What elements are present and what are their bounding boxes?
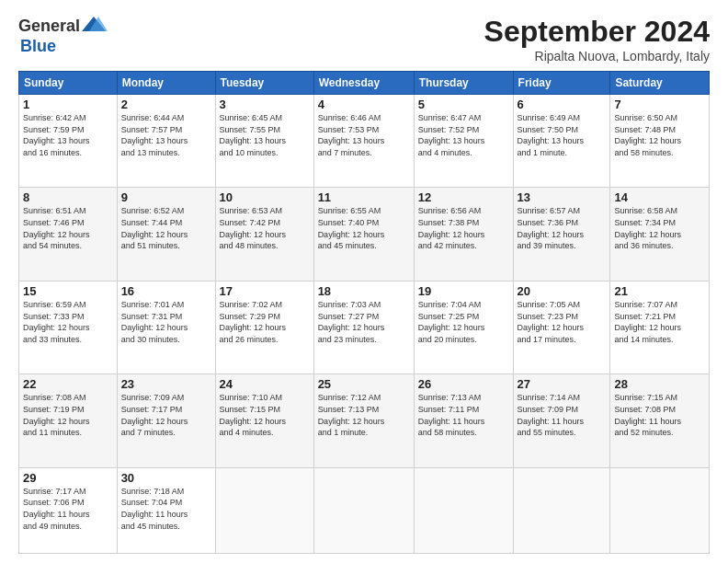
calendar-cell: 22Sunrise: 7:08 AM Sunset: 7:19 PM Dayli… xyxy=(19,374,118,467)
logo-icon xyxy=(80,15,108,37)
day-info: Sunrise: 6:47 AM Sunset: 7:52 PM Dayligh… xyxy=(418,112,509,158)
day-number: 4 xyxy=(318,98,410,111)
day-info: Sunrise: 6:51 AM Sunset: 7:46 PM Dayligh… xyxy=(23,205,113,251)
calendar-cell xyxy=(610,467,710,553)
header: General Blue September 2024 Ripalta Nuov… xyxy=(18,15,710,63)
calendar-cell: 6Sunrise: 6:49 AM Sunset: 7:50 PM Daylig… xyxy=(513,95,610,188)
calendar-cell: 10Sunrise: 6:53 AM Sunset: 7:42 PM Dayli… xyxy=(215,188,313,281)
day-number: 18 xyxy=(318,284,410,298)
title-block: September 2024 Ripalta Nuova, Lombardy, … xyxy=(484,15,710,63)
day-number: 17 xyxy=(220,284,310,298)
calendar-cell xyxy=(313,467,414,553)
calendar-cell: 11Sunrise: 6:55 AM Sunset: 7:40 PM Dayli… xyxy=(313,188,414,281)
calendar-cell: 17Sunrise: 7:02 AM Sunset: 7:29 PM Dayli… xyxy=(215,281,313,373)
day-info: Sunrise: 7:15 AM Sunset: 7:08 PM Dayligh… xyxy=(614,392,705,438)
calendar-cell: 25Sunrise: 7:12 AM Sunset: 7:13 PM Dayli… xyxy=(313,374,414,467)
calendar-table: SundayMondayTuesdayWednesdayThursdayFrid… xyxy=(18,71,710,554)
day-info: Sunrise: 6:45 AM Sunset: 7:55 PM Dayligh… xyxy=(220,112,310,158)
day-info: Sunrise: 7:18 AM Sunset: 7:04 PM Dayligh… xyxy=(121,486,211,532)
day-info: Sunrise: 7:14 AM Sunset: 7:09 PM Dayligh… xyxy=(518,392,607,438)
day-number: 30 xyxy=(121,471,211,485)
day-info: Sunrise: 6:58 AM Sunset: 7:34 PM Dayligh… xyxy=(614,205,705,251)
calendar-cell: 30Sunrise: 7:18 AM Sunset: 7:04 PM Dayli… xyxy=(117,467,215,553)
day-number: 3 xyxy=(220,98,310,111)
location: Ripalta Nuova, Lombardy, Italy xyxy=(484,49,710,63)
month-title: September 2024 xyxy=(484,15,710,49)
day-number: 28 xyxy=(614,377,705,391)
day-number: 9 xyxy=(121,190,211,204)
calendar-cell xyxy=(513,467,610,553)
logo-text: General xyxy=(18,15,108,37)
day-info: Sunrise: 6:50 AM Sunset: 7:48 PM Dayligh… xyxy=(614,112,705,158)
calendar-cell: 2Sunrise: 6:44 AM Sunset: 7:57 PM Daylig… xyxy=(117,95,215,188)
day-info: Sunrise: 7:04 AM Sunset: 7:25 PM Dayligh… xyxy=(418,299,509,345)
calendar-cell: 23Sunrise: 7:09 AM Sunset: 7:17 PM Dayli… xyxy=(117,374,215,467)
calendar-cell xyxy=(215,467,313,553)
calendar-header-row: SundayMondayTuesdayWednesdayThursdayFrid… xyxy=(19,72,710,95)
day-info: Sunrise: 7:10 AM Sunset: 7:15 PM Dayligh… xyxy=(220,392,310,438)
day-info: Sunrise: 6:55 AM Sunset: 7:40 PM Dayligh… xyxy=(318,205,410,251)
day-number: 13 xyxy=(518,190,607,204)
day-info: Sunrise: 7:08 AM Sunset: 7:19 PM Dayligh… xyxy=(23,392,113,438)
calendar-cell: 16Sunrise: 7:01 AM Sunset: 7:31 PM Dayli… xyxy=(117,281,215,373)
day-info: Sunrise: 6:52 AM Sunset: 7:44 PM Dayligh… xyxy=(121,205,211,251)
calendar-cell: 7Sunrise: 6:50 AM Sunset: 7:48 PM Daylig… xyxy=(610,95,710,188)
day-info: Sunrise: 7:09 AM Sunset: 7:17 PM Dayligh… xyxy=(121,392,211,438)
day-info: Sunrise: 7:12 AM Sunset: 7:13 PM Dayligh… xyxy=(318,392,410,438)
day-number: 10 xyxy=(220,190,310,204)
calendar-cell: 8Sunrise: 6:51 AM Sunset: 7:46 PM Daylig… xyxy=(19,188,118,281)
calendar-cell: 15Sunrise: 6:59 AM Sunset: 7:33 PM Dayli… xyxy=(19,281,118,373)
day-info: Sunrise: 6:53 AM Sunset: 7:42 PM Dayligh… xyxy=(220,205,310,251)
header-tuesday: Tuesday xyxy=(215,72,313,95)
day-number: 5 xyxy=(418,98,509,111)
day-number: 7 xyxy=(614,98,705,111)
day-info: Sunrise: 7:13 AM Sunset: 7:11 PM Dayligh… xyxy=(418,392,509,438)
day-info: Sunrise: 7:02 AM Sunset: 7:29 PM Dayligh… xyxy=(220,299,310,345)
day-info: Sunrise: 7:05 AM Sunset: 7:23 PM Dayligh… xyxy=(518,299,607,345)
calendar-cell: 27Sunrise: 7:14 AM Sunset: 7:09 PM Dayli… xyxy=(513,374,610,467)
day-number: 29 xyxy=(23,471,113,485)
day-number: 8 xyxy=(23,190,113,204)
calendar-cell: 24Sunrise: 7:10 AM Sunset: 7:15 PM Dayli… xyxy=(215,374,313,467)
day-number: 19 xyxy=(418,284,509,298)
day-number: 22 xyxy=(23,377,113,391)
calendar-cell: 9Sunrise: 6:52 AM Sunset: 7:44 PM Daylig… xyxy=(117,188,215,281)
day-number: 2 xyxy=(121,98,211,111)
day-number: 26 xyxy=(418,377,509,391)
calendar-cell: 14Sunrise: 6:58 AM Sunset: 7:34 PM Dayli… xyxy=(610,188,710,281)
day-number: 27 xyxy=(518,377,607,391)
day-info: Sunrise: 6:57 AM Sunset: 7:36 PM Dayligh… xyxy=(518,205,607,251)
calendar-cell: 28Sunrise: 7:15 AM Sunset: 7:08 PM Dayli… xyxy=(610,374,710,467)
day-info: Sunrise: 6:49 AM Sunset: 7:50 PM Dayligh… xyxy=(518,112,607,158)
page: General Blue September 2024 Ripalta Nuov… xyxy=(0,0,728,563)
day-info: Sunrise: 6:46 AM Sunset: 7:53 PM Dayligh… xyxy=(318,112,410,158)
calendar-cell: 19Sunrise: 7:04 AM Sunset: 7:25 PM Dayli… xyxy=(414,281,513,373)
day-number: 14 xyxy=(614,190,705,204)
day-number: 24 xyxy=(220,377,310,391)
calendar-cell xyxy=(414,467,513,553)
calendar-cell: 12Sunrise: 6:56 AM Sunset: 7:38 PM Dayli… xyxy=(414,188,513,281)
calendar-cell: 3Sunrise: 6:45 AM Sunset: 7:55 PM Daylig… xyxy=(215,95,313,188)
calendar-cell: 18Sunrise: 7:03 AM Sunset: 7:27 PM Dayli… xyxy=(313,281,414,373)
header-saturday: Saturday xyxy=(610,72,710,95)
header-thursday: Thursday xyxy=(414,72,513,95)
day-number: 6 xyxy=(518,98,607,111)
day-info: Sunrise: 7:07 AM Sunset: 7:21 PM Dayligh… xyxy=(614,299,705,345)
day-number: 15 xyxy=(23,284,113,298)
calendar-cell: 21Sunrise: 7:07 AM Sunset: 7:21 PM Dayli… xyxy=(610,281,710,373)
day-number: 21 xyxy=(614,284,705,298)
header-wednesday: Wednesday xyxy=(313,72,414,95)
calendar-cell: 29Sunrise: 7:17 AM Sunset: 7:06 PM Dayli… xyxy=(19,467,118,553)
day-number: 25 xyxy=(318,377,410,391)
day-number: 12 xyxy=(418,190,509,204)
calendar-cell: 26Sunrise: 7:13 AM Sunset: 7:11 PM Dayli… xyxy=(414,374,513,467)
day-info: Sunrise: 6:42 AM Sunset: 7:59 PM Dayligh… xyxy=(23,112,113,158)
day-number: 1 xyxy=(23,98,113,111)
day-info: Sunrise: 7:17 AM Sunset: 7:06 PM Dayligh… xyxy=(23,486,113,532)
logo-general: General xyxy=(18,17,80,36)
header-sunday: Sunday xyxy=(19,72,118,95)
calendar-cell: 5Sunrise: 6:47 AM Sunset: 7:52 PM Daylig… xyxy=(414,95,513,188)
logo-blue: Blue xyxy=(20,37,56,55)
calendar-cell: 20Sunrise: 7:05 AM Sunset: 7:23 PM Dayli… xyxy=(513,281,610,373)
day-number: 16 xyxy=(121,284,211,298)
